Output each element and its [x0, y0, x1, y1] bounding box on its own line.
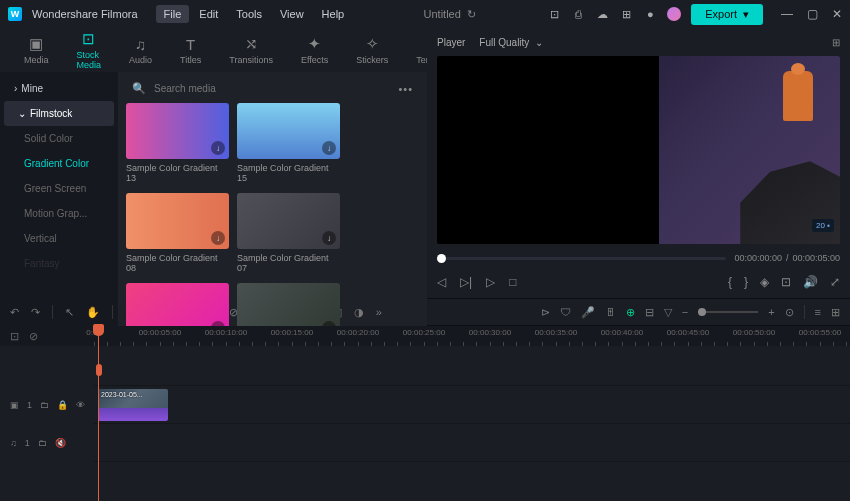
play-back-icon[interactable]: ▷|	[460, 275, 472, 289]
titles-icon: T	[186, 36, 195, 53]
lock-icon[interactable]: 🔒	[57, 400, 68, 410]
grid-item[interactable]: ↓Sample Color Gradient 08	[126, 193, 229, 275]
playhead[interactable]	[98, 326, 99, 501]
eye-icon[interactable]: 👁	[76, 400, 85, 410]
chevron-down-icon: ⌄	[18, 108, 26, 119]
snapshot-icon[interactable]: ⊞	[832, 37, 840, 48]
playhead-handle[interactable]	[93, 324, 104, 336]
tab-effects[interactable]: ✦Effects	[287, 31, 342, 69]
zoom-fit-icon[interactable]: ⊙	[785, 306, 794, 319]
history-icon[interactable]: ↻	[467, 8, 476, 21]
timeline[interactable]: ▣ 1 🗀 🔒 👁 2023-01-05... ♫ 1 🗀 🔇	[0, 346, 850, 501]
stop-icon[interactable]: □	[509, 275, 516, 289]
thumbnail[interactable]: ↓	[237, 193, 340, 249]
ruler-marks[interactable]: 0:0000:00:05:0000:00:10:0000:00:15:0000:…	[94, 326, 850, 346]
folder-icon[interactable]: 🗀	[38, 438, 47, 448]
sidebar-item-vertical[interactable]: Vertical	[0, 226, 118, 251]
tab-stock-media[interactable]: ⊡Stock Media	[63, 26, 116, 74]
progress-handle[interactable]	[437, 254, 446, 263]
pointer-icon[interactable]: ↖	[65, 306, 74, 319]
voice-icon[interactable]: 🛡	[560, 306, 571, 318]
snap-icon[interactable]: ⊟	[645, 306, 654, 319]
avatar[interactable]	[667, 7, 681, 21]
grid-item[interactable]: ↓Sample Color Gradient 15	[237, 103, 340, 185]
sidebar-item-motion[interactable]: Motion Grap...	[0, 201, 118, 226]
menu-file[interactable]: File	[156, 5, 190, 23]
camera-icon[interactable]: ⊡	[781, 275, 791, 289]
save-icon[interactable]: ⎙	[571, 7, 585, 21]
thumbnail[interactable]: ↓	[126, 193, 229, 249]
notification-icon[interactable]: ●	[643, 7, 657, 21]
tab-transitions[interactable]: ⤭Transitions	[215, 31, 287, 69]
timeline-ruler[interactable]: ⊡ ⊘ 0:0000:00:05:0000:00:10:0000:00:15:0…	[0, 326, 850, 346]
play-icon[interactable]: ▷	[486, 275, 495, 289]
maximize-icon[interactable]: ▢	[807, 7, 818, 21]
thumbnail[interactable]: ↓	[126, 103, 229, 159]
mute-icon[interactable]: 🔇	[55, 438, 66, 448]
main-area: ▣Media ⊡Stock Media ♫Audio TTitles ⤭Tran…	[0, 28, 850, 298]
quality-select[interactable]: Full Quality⌄	[479, 37, 543, 48]
tab-audio[interactable]: ♫Audio	[115, 32, 166, 69]
zoom-handle[interactable]	[698, 308, 706, 316]
minimize-icon[interactable]: —	[781, 7, 793, 21]
volume-icon[interactable]: 🔊	[803, 275, 818, 289]
list-icon[interactable]: ≡	[815, 306, 821, 318]
menu-view[interactable]: View	[272, 5, 312, 23]
auto-icon[interactable]: ⊕	[626, 306, 635, 319]
tab-titles[interactable]: TTitles	[166, 32, 215, 69]
audio-track[interactable]: ♫ 1 🗀 🔇	[94, 424, 850, 462]
more-tools-icon[interactable]: »	[376, 306, 382, 318]
tab-media[interactable]: ▣Media	[10, 31, 63, 69]
zoom-in-icon[interactable]: +	[768, 306, 774, 318]
sidebar-item-gradient[interactable]: Gradient Color	[0, 151, 118, 176]
menu-edit[interactable]: Edit	[191, 5, 226, 23]
download-icon[interactable]: ↓	[322, 231, 336, 245]
search-input[interactable]	[154, 83, 390, 94]
grid-icon[interactable]: ⊞	[619, 7, 633, 21]
progress-track[interactable]	[437, 257, 726, 260]
fullscreen-icon[interactable]: ⤢	[830, 275, 840, 289]
zoom-out-icon[interactable]: −	[682, 306, 688, 318]
video-track[interactable]: ▣ 1 🗀 🔒 👁 2023-01-05...	[94, 386, 850, 424]
prev-frame-icon[interactable]: ◁	[437, 275, 446, 289]
settings-icon[interactable]: ⊞	[831, 306, 840, 319]
hand-icon[interactable]: ✋	[86, 306, 100, 319]
menu-tools[interactable]: Tools	[228, 5, 270, 23]
screen-icon[interactable]: ⊡	[547, 7, 561, 21]
cloud-icon[interactable]: ☁	[595, 7, 609, 21]
download-icon[interactable]: ↓	[211, 141, 225, 155]
download-icon[interactable]: ↓	[211, 231, 225, 245]
render-icon[interactable]: ⊳	[541, 306, 550, 319]
video-clip[interactable]: 2023-01-05...	[98, 389, 168, 421]
menu-help[interactable]: Help	[314, 5, 353, 23]
thumbnail[interactable]: ↓	[237, 103, 340, 159]
marker-add-icon[interactable]: ▽	[664, 306, 672, 319]
marker-icon[interactable]: ◈	[760, 275, 769, 289]
track-icon[interactable]: ⊡	[10, 330, 19, 343]
sidebar-item-filmstock[interactable]: ⌄Filmstock	[4, 101, 114, 126]
mark-out-icon[interactable]: }	[744, 275, 748, 289]
export-label: Export	[705, 8, 737, 20]
grid-item[interactable]: ↓Sample Color Gradient 13	[126, 103, 229, 185]
undo-icon[interactable]: ↶	[10, 306, 19, 319]
grid-item[interactable]: ↓Sample Color Gradient 07	[237, 193, 340, 275]
chevron-down-icon: ▾	[743, 8, 749, 21]
mic-icon[interactable]: 🎤	[581, 306, 595, 319]
mark-in-icon[interactable]: {	[728, 275, 732, 289]
sidebar-item-mine[interactable]: ›Mine	[0, 76, 118, 101]
sidebar-item-fantasy[interactable]: Fantasy	[0, 251, 118, 276]
sidebar-item-green[interactable]: Green Screen	[0, 176, 118, 201]
mixer-icon[interactable]: 🎚	[605, 306, 616, 318]
tab-stickers[interactable]: ✧Stickers	[342, 31, 402, 69]
download-icon[interactable]: ↓	[322, 141, 336, 155]
export-button[interactable]: Export ▾	[691, 4, 763, 25]
folder-icon[interactable]: 🗀	[40, 400, 49, 410]
more-icon[interactable]: •••	[398, 83, 413, 95]
sidebar-item-solid[interactable]: Solid Color	[0, 126, 118, 151]
magnet-icon[interactable]: ⊘	[29, 330, 38, 343]
mask-icon[interactable]: ◑	[354, 306, 364, 319]
close-icon[interactable]: ✕	[832, 7, 842, 21]
zoom-slider[interactable]	[698, 311, 758, 313]
preview-viewport[interactable]: 20 ▪	[437, 56, 840, 244]
redo-icon[interactable]: ↷	[31, 306, 40, 319]
